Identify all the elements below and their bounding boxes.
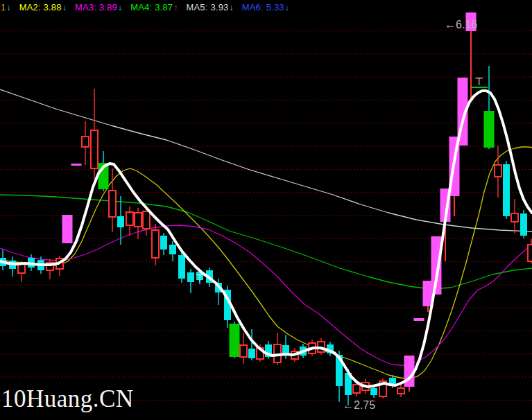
- ma-header-item-0: 1↓: [1, 2, 11, 12]
- ma-label: 1: [1, 2, 6, 12]
- candle-body: [82, 137, 89, 147]
- candle-body: [520, 213, 527, 236]
- down-arrow-icon: ↓: [285, 3, 289, 12]
- candle-body: [353, 385, 360, 393]
- candle-body: [528, 245, 532, 261]
- ma-header-item-4: MA5: 3.93↓: [186, 2, 233, 12]
- ma-label: MA6: 5.33: [242, 2, 284, 12]
- candle-body: [511, 213, 518, 222]
- candle-body: [248, 349, 255, 358]
- down-arrow-icon: ↓: [230, 3, 234, 12]
- ma-label: MA4: 3.87: [130, 2, 173, 12]
- ma-header-item-1: MA2: 3.88↓: [19, 2, 67, 12]
- up-arrow-icon: ↑: [173, 3, 178, 12]
- candle-body: [62, 215, 73, 243]
- down-arrow-icon: ↓: [6, 3, 10, 12]
- ma-indicator-header: 1↓MA2: 3.88↓MA3: 3.89↓MA4: 3.87↑MA5: 3.9…: [1, 1, 298, 13]
- candle-body: [18, 264, 25, 273]
- ma-header-item-3: MA4: 3.87↑: [130, 2, 178, 12]
- candle-body: [152, 230, 159, 258]
- ma-label: MA2: 3.88: [19, 2, 62, 12]
- candle-body: [178, 255, 185, 279]
- candle-body: [187, 272, 194, 282]
- ma-label: MA5: 3.93: [186, 2, 228, 12]
- ma-header-item-5: MA6: 5.33↓: [242, 2, 289, 12]
- annotation-text: ⊤: [195, 272, 205, 284]
- candle-body: [160, 236, 167, 250]
- candle-body: [495, 165, 501, 177]
- ma-header-item-2: MA3: 3.89↓: [75, 2, 122, 12]
- candle-body: [397, 388, 404, 394]
- down-arrow-icon: ↓: [118, 3, 122, 12]
- candle-body: [230, 324, 240, 357]
- watermark-text: 10Huang.CN: [1, 385, 134, 413]
- candle-body: [143, 211, 150, 229]
- candle-body: [484, 111, 495, 148]
- candle-body: [414, 318, 424, 321]
- candle-body: [117, 216, 124, 227]
- candle-body: [126, 212, 133, 225]
- stock-chart-window: ←6.16←2.75⊤⊤ 1↓MA2: 3.88↓MA3: 3.89↓MA4: …: [0, 0, 532, 420]
- annotation-text: ←2.75: [343, 399, 375, 411]
- candle-body: [135, 213, 141, 227]
- candle-body: [240, 345, 247, 357]
- ma-label: MA3: 3.89: [75, 2, 117, 12]
- candle-body: [169, 245, 176, 254]
- annotation-text: ←6.16: [445, 19, 477, 30]
- annotation-text: ⊤: [474, 76, 483, 87]
- candle-body: [370, 388, 377, 395]
- candle-body: [503, 164, 510, 216]
- candle-body: [109, 191, 116, 217]
- chart-background: [0, 0, 532, 420]
- down-arrow-icon: ↓: [62, 3, 67, 12]
- candle-body: [91, 130, 98, 168]
- candle-body: [71, 164, 82, 166]
- candlestick-chart: ←6.16←2.75⊤⊤: [0, 0, 532, 420]
